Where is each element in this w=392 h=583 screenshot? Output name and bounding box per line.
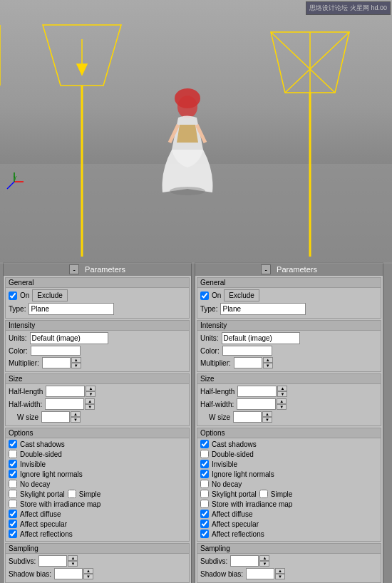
affect-diffuse-checkbox-right[interactable] (200, 510, 209, 518)
shadow-bias-spinner-left[interactable]: 0,02 ▲ ▼ (54, 568, 93, 579)
multiplier-up-right[interactable]: ▲ (263, 357, 273, 363)
store-irradiance-row-left: Store with irradiance map (9, 500, 186, 508)
half-width-input-left[interactable]: 106,46 (45, 398, 84, 410)
store-irradiance-checkbox-left[interactable] (9, 500, 17, 508)
w-size-down-left[interactable]: ▼ (71, 417, 81, 423)
multiplier-input-left[interactable]: 3,0 (42, 357, 71, 368)
svg-marker-6 (77, 64, 87, 75)
multiplier-spinner-left[interactable]: 3,0 ▲ ▼ (42, 357, 81, 368)
affect-specular-row-left: Affect specular (9, 520, 186, 528)
store-irradiance-checkbox-right[interactable] (200, 500, 209, 508)
subdivs-input-right[interactable]: 32 (230, 555, 259, 567)
half-length-input-right[interactable]: 164,858 (237, 386, 277, 397)
type-dropdown-left[interactable]: Plane (29, 303, 114, 315)
half-length-spinner-right[interactable]: 164,858 ▲ ▼ (237, 386, 287, 397)
half-width-up-left[interactable]: ▲ (85, 398, 95, 404)
double-sided-checkbox-right[interactable] (200, 450, 209, 458)
cast-shadows-checkbox-left[interactable] (9, 440, 17, 448)
w-size-input-right[interactable]: 10,0 (233, 411, 262, 423)
multiplier-input-right[interactable]: 5,5 (234, 357, 262, 368)
w-size-spinner-left[interactable]: 10,0 ▲ ▼ (41, 411, 81, 423)
units-dropdown-left[interactable]: Default (image) (30, 332, 108, 344)
shadow-bias-down-left[interactable]: ▼ (83, 574, 93, 579)
affect-specular-checkbox-right[interactable] (200, 520, 209, 528)
section-size-right: Size Half-length 164,858 ▲ ▼ Half-width:… (197, 373, 381, 426)
subdivs-down-left[interactable]: ▼ (68, 561, 78, 567)
no-decay-label-right: No decay (212, 480, 242, 488)
w-size-up-right[interactable]: ▲ (262, 411, 272, 417)
no-decay-checkbox-right[interactable] (200, 480, 209, 488)
skylight-checkbox-right[interactable] (200, 490, 209, 498)
multiplier-up-left[interactable]: ▲ (71, 357, 81, 363)
subdivs-spinner-right[interactable]: 32 ▲ ▼ (230, 555, 269, 567)
affect-reflections-checkbox-right[interactable] (200, 530, 209, 538)
multiplier-down-right[interactable]: ▼ (263, 363, 273, 368)
section-intensity-left: Intensity Units: Default (image) Color: … (5, 320, 190, 372)
affect-reflections-row-left: Affect reflections (9, 530, 186, 538)
multiplier-down-left[interactable]: ▼ (71, 363, 81, 368)
simple-checkbox-right[interactable] (259, 490, 268, 498)
color-label-left: Color: (9, 347, 28, 355)
units-row-left: Units: Default (image) (9, 332, 186, 344)
w-size-input-left[interactable]: 10,0 (41, 411, 70, 423)
invisible-checkbox-right[interactable] (200, 460, 209, 468)
on-checkbox-left[interactable] (9, 292, 17, 300)
half-width-down-right[interactable]: ▼ (277, 404, 287, 410)
exclude-button-left[interactable]: Exclude (32, 289, 68, 301)
simple-checkbox-left[interactable] (68, 490, 76, 498)
half-length-down-right[interactable]: ▼ (277, 391, 287, 397)
half-width-down-left[interactable]: ▼ (85, 404, 95, 410)
double-sided-checkbox-left[interactable] (9, 450, 17, 458)
subdivs-up-left[interactable]: ▲ (68, 555, 78, 561)
w-size-down-right[interactable]: ▼ (262, 417, 272, 423)
ignore-normals-checkbox-right[interactable] (200, 470, 209, 478)
shadow-bias-input-right[interactable]: 0,02 (246, 568, 274, 579)
half-length-input-left[interactable]: 164,858 (46, 386, 85, 397)
subdivs-spinner-left[interactable]: 32 ▲ ▼ (38, 555, 78, 567)
cast-shadows-label-left: Cast shadows (20, 440, 65, 448)
w-size-up-left[interactable]: ▲ (71, 411, 81, 417)
light-wireframes (0, 0, 392, 264)
half-width-up-right[interactable]: ▲ (277, 398, 287, 404)
shadow-bias-up-right[interactable]: ▲ (275, 568, 285, 574)
subdivs-input-left[interactable]: 32 (38, 555, 67, 567)
half-length-up-right[interactable]: ▲ (277, 386, 287, 391)
half-width-input-right[interactable]: 106,46 (237, 398, 276, 410)
no-decay-row-left: No decay (9, 480, 186, 488)
half-length-spinner-left[interactable]: 164,858 ▲ ▼ (46, 386, 96, 397)
invisible-checkbox-left[interactable] (9, 460, 17, 468)
w-size-spinner-right[interactable]: 10,0 ▲ ▼ (233, 411, 272, 423)
half-length-label-left: Half-length (9, 388, 43, 396)
section-sampling-left-header: Sampling (6, 544, 189, 554)
no-decay-checkbox-left[interactable] (9, 480, 17, 488)
subdivs-up-right[interactable]: ▲ (259, 555, 269, 561)
invisible-label-right: Invisible (212, 460, 237, 468)
shadow-bias-spinner-right[interactable]: 0,02 ▲ ▼ (246, 568, 285, 579)
on-checkbox-right[interactable] (200, 292, 209, 300)
type-dropdown-right[interactable]: Plane (220, 303, 306, 315)
skylight-checkbox-left[interactable] (9, 490, 17, 498)
shadow-bias-input-left[interactable]: 0,02 (54, 568, 83, 579)
affect-reflections-checkbox-left[interactable] (9, 530, 17, 538)
color-swatch-right[interactable] (222, 346, 272, 356)
panel-right-minus[interactable]: - (261, 264, 271, 274)
shadow-bias-down-right[interactable]: ▼ (275, 574, 285, 579)
affect-diffuse-checkbox-left[interactable] (9, 510, 17, 518)
units-dropdown-right[interactable]: Default (image) (222, 332, 300, 344)
ignore-normals-checkbox-left[interactable] (9, 470, 17, 478)
half-length-down-left[interactable]: ▼ (86, 391, 96, 397)
half-length-up-left[interactable]: ▲ (86, 386, 96, 391)
w-size-row-right: W size 10,0 ▲ ▼ (209, 411, 378, 423)
half-width-spinner-right[interactable]: 106,46 ▲ ▼ (237, 398, 287, 410)
color-swatch-left[interactable] (31, 346, 81, 356)
multiplier-spinner-right[interactable]: 5,5 ▲ ▼ (234, 357, 273, 368)
cast-shadows-checkbox-right[interactable] (200, 440, 209, 448)
panel-left-minus[interactable]: - (69, 264, 79, 274)
exclude-button-right[interactable]: Exclude (224, 289, 259, 301)
svg-point-14 (175, 88, 200, 108)
affect-specular-checkbox-left[interactable] (9, 520, 17, 528)
half-width-spinner-left[interactable]: 106,46 ▲ ▼ (45, 398, 95, 410)
shadow-bias-up-left[interactable]: ▲ (83, 568, 93, 574)
skylight-label-right: Skylight portal (212, 490, 257, 498)
subdivs-down-right[interactable]: ▼ (259, 561, 269, 567)
